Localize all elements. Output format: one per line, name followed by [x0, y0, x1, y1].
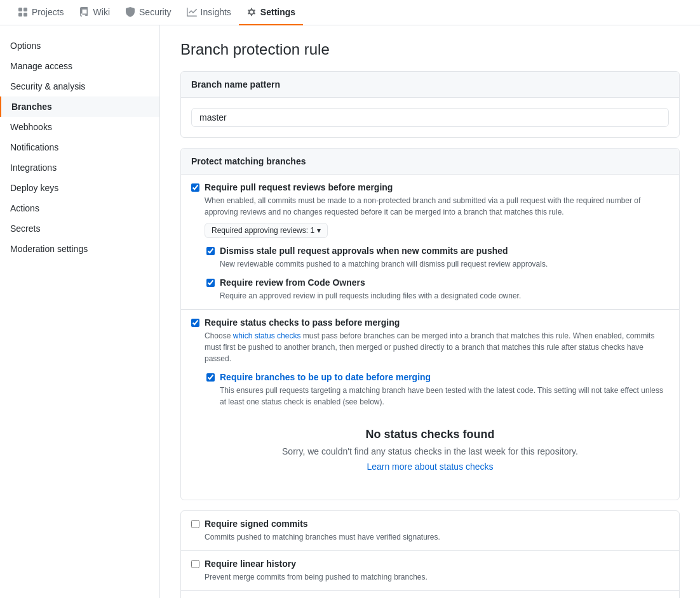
rule-content-dismiss-stale: Dismiss stale pull request approvals whe… — [220, 246, 669, 270]
branch-name-pattern-header: Branch name pattern — [181, 72, 679, 98]
rule-row-dismiss-stale: Dismiss stale pull request approvals whe… — [191, 246, 669, 270]
checkbox-code-owners[interactable] — [206, 279, 215, 287]
rule-include-administrators: Include administrators Enforce all confi… — [181, 591, 679, 598]
checkbox-linear-history[interactable] — [191, 560, 199, 568]
rule-title-branches-up-to-date: Require branches to be up to date before… — [220, 372, 669, 382]
branch-name-pattern-section: Branch name pattern — [180, 71, 680, 138]
rule-row-pr-reviews: Require pull request reviews before merg… — [191, 182, 669, 238]
rule-row-signed-commits: Require signed commits Commits pushed to… — [191, 519, 669, 543]
rule-content-signed-commits: Require signed commits Commits pushed to… — [205, 519, 669, 543]
page-title: Branch protection rule — [180, 41, 680, 58]
nav-item-settings[interactable]: Settings — [239, 0, 303, 25]
book-icon — [79, 7, 90, 17]
rule-title-code-owners: Require review from Code Owners — [220, 277, 669, 288]
learn-more-status-checks-link[interactable]: Learn more about status checks — [367, 462, 493, 472]
rule-require-signed-commits: Require signed commits Commits pushed to… — [181, 511, 679, 551]
main-content: Branch protection rule Branch name patte… — [160, 25, 700, 598]
no-status-desc: Sorry, we couldn't find any status check… — [201, 446, 659, 456]
checkbox-require-pr-reviews[interactable] — [191, 183, 199, 192]
nav-item-wiki[interactable]: Wiki — [72, 0, 118, 25]
rule-desc-linear-history: Prevent merge commits from being pushed … — [205, 571, 669, 583]
branch-name-pattern-input[interactable] — [191, 108, 669, 127]
nav-label-insights: Insights — [201, 7, 231, 17]
rule-require-status-checks: Require status checks to pass before mer… — [181, 310, 679, 500]
rule-title-dismiss-stale: Dismiss stale pull request approvals whe… — [220, 246, 669, 256]
nav-label-settings: Settings — [260, 7, 295, 17]
no-status-checks: No status checks found Sorry, we couldn'… — [191, 408, 669, 492]
rule-title-signed-commits: Require signed commits — [205, 519, 669, 529]
rule-desc-code-owners: Require an approved review in pull reque… — [220, 290, 669, 302]
nav-label-projects: Projects — [32, 7, 64, 17]
dropdown-label: Required approving reviews: 1 — [212, 226, 314, 235]
no-status-title: No status checks found — [201, 428, 659, 441]
checkbox-signed-commits[interactable] — [191, 520, 199, 528]
sidebar: Options Manage access Security & analysi… — [0, 25, 160, 598]
sidebar-item-moderation-settings[interactable]: Moderation settings — [0, 239, 159, 259]
chevron-down-icon: ▾ — [317, 226, 321, 235]
nav-label-wiki: Wiki — [93, 7, 110, 17]
rule-desc-signed-commits: Commits pushed to matching branches must… — [205, 531, 669, 543]
rule-require-linear-history: Require linear history Prevent merge com… — [181, 551, 679, 591]
graph-icon — [187, 7, 197, 17]
rule-title-pr-reviews: Require pull request reviews before merg… — [205, 182, 669, 192]
rule-row-status-checks: Require status checks to pass before mer… — [191, 317, 669, 364]
protect-matching-branches-header: Protect matching branches — [181, 149, 679, 175]
main-layout: Options Manage access Security & analysi… — [0, 25, 700, 598]
grid-icon — [18, 7, 28, 17]
rule-require-pr-reviews: Require pull request reviews before merg… — [181, 175, 679, 310]
rule-desc-dismiss-stale: New reviewable commits pushed to a match… — [220, 258, 669, 270]
checkbox-status-checks[interactable] — [191, 319, 199, 327]
rule-content-branches-up-to-date: Require branches to be up to date before… — [220, 372, 669, 408]
nav-label-security: Security — [139, 7, 172, 17]
checkbox-dismiss-stale[interactable] — [206, 247, 215, 255]
sidebar-item-options[interactable]: Options — [0, 36, 159, 56]
rule-row-linear-history: Require linear history Prevent merge com… — [191, 559, 669, 583]
sidebar-item-deploy-keys[interactable]: Deploy keys — [0, 178, 159, 198]
rule-row-code-owners: Require review from Code Owners Require … — [191, 277, 669, 302]
rule-content-pr-reviews: Require pull request reviews before merg… — [205, 182, 669, 238]
sidebar-item-notifications[interactable]: Notifications — [0, 137, 159, 157]
protect-matching-branches-section: Protect matching branches Require pull r… — [180, 148, 680, 500]
checkbox-branches-up-to-date[interactable] — [206, 373, 215, 382]
sidebar-item-manage-access[interactable]: Manage access — [0, 56, 159, 76]
nav-item-insights[interactable]: Insights — [179, 0, 239, 25]
which-status-checks-link[interactable]: which status checks — [233, 331, 301, 340]
sidebar-item-secrets[interactable]: Secrets — [0, 218, 159, 239]
top-nav: Projects Wiki Security Insights Settings — [0, 0, 700, 25]
rule-desc-branches-up-to-date: This ensures pull requests targeting a m… — [220, 385, 669, 408]
rule-title-status-checks: Require status checks to pass before mer… — [205, 317, 669, 328]
sidebar-item-actions[interactable]: Actions — [0, 198, 159, 218]
rule-desc-status-checks: Choose which status checks must pass bef… — [205, 330, 669, 364]
gear-icon — [246, 7, 257, 17]
nav-item-projects[interactable]: Projects — [10, 0, 72, 25]
rule-title-linear-history: Require linear history — [205, 559, 669, 569]
rule-desc-pr-reviews: When enabled, all commits must be made t… — [205, 195, 669, 218]
rule-content-status-checks: Require status checks to pass before mer… — [205, 317, 669, 364]
rule-content-linear-history: Require linear history Prevent merge com… — [205, 559, 669, 583]
shield-icon — [125, 7, 135, 17]
sidebar-item-branches[interactable]: Branches — [0, 96, 159, 117]
rule-row-branches-up-to-date: Require branches to be up to date before… — [191, 372, 669, 408]
bottom-rules-section: Require signed commits Commits pushed to… — [180, 510, 680, 598]
sidebar-item-integrations[interactable]: Integrations — [0, 157, 159, 178]
rule-content-code-owners: Require review from Code Owners Require … — [220, 277, 669, 302]
nav-item-security[interactable]: Security — [118, 0, 179, 25]
sidebar-item-security-analysis[interactable]: Security & analysis — [0, 76, 159, 96]
required-approving-reviews-dropdown[interactable]: Required approving reviews: 1 ▾ — [205, 223, 328, 238]
sidebar-item-webhooks[interactable]: Webhooks — [0, 117, 159, 137]
branch-name-pattern-body — [181, 98, 679, 137]
